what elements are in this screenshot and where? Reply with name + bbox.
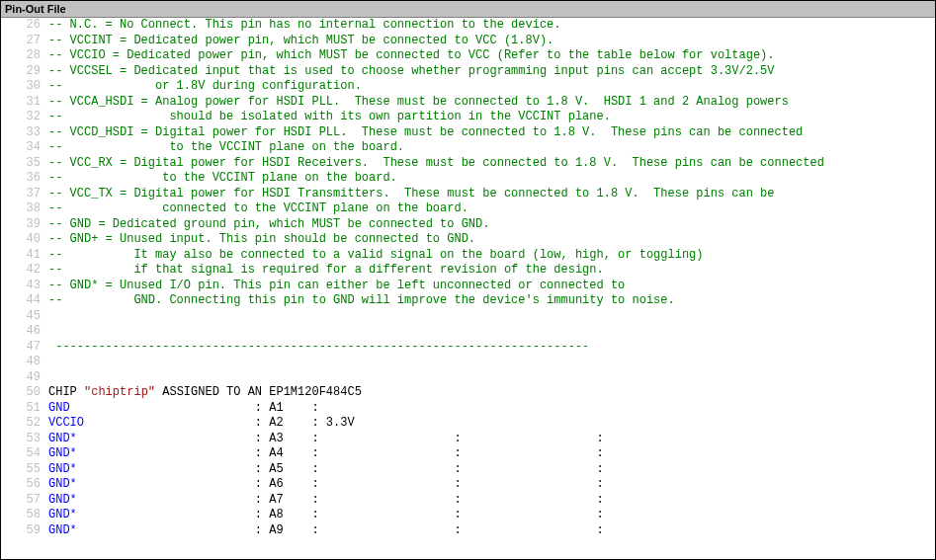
- token-keyword: GND*: [48, 508, 77, 521]
- code-line[interactable]: 39-- GND = Dedicated ground pin, which M…: [1, 217, 935, 233]
- token-comment: -- GND = Dedicated ground pin, which MUS…: [48, 217, 489, 231]
- code-line[interactable]: 58GND* : A8 : : :: [1, 508, 935, 523]
- line-number: 30: [1, 79, 48, 95]
- line-number: 42: [1, 263, 48, 279]
- code-line[interactable]: 29-- VCCSEL = Dedicated input that is us…: [1, 64, 935, 80]
- token-keyword: GND*: [48, 493, 77, 507]
- code-line[interactable]: 27-- VCCINT = Dedicated power pin, which…: [1, 34, 935, 49]
- code-line[interactable]: 53GND* : A3 : : :: [1, 432, 935, 447]
- line-number: 32: [1, 110, 48, 125]
- token-comment: -- It may also be connected to a valid s…: [48, 248, 704, 262]
- code-line[interactable]: 32-- should be isolated with its own par…: [1, 110, 935, 125]
- line-number: 35: [1, 156, 48, 172]
- token-keyword: GND*: [48, 477, 77, 491]
- line-number: 45: [1, 309, 48, 325]
- code-line[interactable]: 26-- N.C. = No Connect. This pin has no …: [1, 18, 935, 34]
- code-line[interactable]: 50CHIP "chiptrip" ASSIGNED TO AN EP1M120…: [1, 385, 935, 401]
- line-number: 34: [1, 140, 48, 156]
- code-editor[interactable]: 26-- N.C. = No Connect. This pin has no …: [1, 18, 935, 558]
- token-comment: -- to the VCCINT plane on the board.: [48, 140, 404, 154]
- token-comment: -- VCC_RX = Digital power for HSDI Recei…: [48, 156, 824, 170]
- code-line[interactable]: 28-- VCCIO = Dedicated power pin, which …: [1, 48, 935, 64]
- line-number: 27: [1, 34, 48, 49]
- token-keyword: GND*: [48, 432, 77, 445]
- code-line[interactable]: 33-- VCCD_HSDI = Digital power for HSDI …: [1, 125, 935, 141]
- token-keyword: GND*: [48, 462, 77, 476]
- code-line[interactable]: 40-- GND+ = Unused input. This pin shoul…: [1, 232, 935, 248]
- token-plain: : A3 : : :: [77, 432, 604, 445]
- line-number: 29: [1, 64, 48, 80]
- token-comment: -- VCCSEL = Dedicated input that is used…: [48, 64, 775, 78]
- line-number: 56: [1, 477, 48, 493]
- line-number: 50: [1, 385, 48, 401]
- line-number: 55: [1, 462, 48, 478]
- code-line[interactable]: 42-- if that signal is required for a di…: [1, 263, 935, 279]
- code-line[interactable]: 46: [1, 324, 935, 340]
- code-line[interactable]: 54GND* : A4 : : :: [1, 446, 935, 462]
- code-line[interactable]: 56GND* : A6 : : :: [1, 477, 935, 493]
- code-line[interactable]: 35-- VCC_RX = Digital power for HSDI Rec…: [1, 156, 935, 172]
- token-comment: -- VCCA_HSDI = Analog power for HSDI PLL…: [48, 95, 789, 109]
- token-plain: : A1 :: [70, 401, 319, 415]
- token-plain: : A4 : : :: [77, 446, 604, 460]
- token-comment: -- should be isolated with its own parti…: [48, 110, 611, 123]
- code-line[interactable]: 47 -------------------------------------…: [1, 340, 935, 356]
- token-comment: -- VCCIO = Dedicated power pin, which MU…: [48, 48, 775, 62]
- token-keyword: VCCIO: [48, 416, 84, 430]
- line-number: 51: [1, 401, 48, 417]
- code-line[interactable]: 30-- or 1.8V during configuration.: [1, 79, 935, 95]
- code-line[interactable]: 41-- It may also be connected to a valid…: [1, 248, 935, 264]
- code-line[interactable]: 37-- VCC_TX = Digital power for HSDI Tra…: [1, 187, 935, 202]
- token-comment: -- N.C. = No Connect. This pin has no in…: [48, 18, 560, 32]
- line-number: 43: [1, 279, 48, 294]
- token-comment: -- GND* = Unused I/O pin. This pin can e…: [48, 279, 625, 292]
- code-line[interactable]: 51GND : A1 :: [1, 401, 935, 417]
- code-line[interactable]: 34-- to the VCCINT plane on the board.: [1, 140, 935, 156]
- code-line[interactable]: 38-- connected to the VCCINT plane on th…: [1, 201, 935, 217]
- line-number: 57: [1, 493, 48, 509]
- line-number: 58: [1, 508, 48, 523]
- token-comment: -- or 1.8V during configuration.: [48, 79, 362, 93]
- window-title: Pin-Out File: [5, 3, 66, 15]
- line-number: 44: [1, 293, 48, 309]
- token-plain: : A7 : : :: [77, 493, 604, 507]
- code-line[interactable]: 43-- GND* = Unused I/O pin. This pin can…: [1, 279, 935, 294]
- token-plain: : A8 : : :: [77, 508, 604, 521]
- token-keyword: GND*: [48, 523, 77, 537]
- code-line[interactable]: 48: [1, 355, 935, 370]
- line-number: 38: [1, 201, 48, 217]
- token-comment: -- connected to the VCCINT plane on the …: [48, 201, 468, 215]
- line-number: 46: [1, 324, 48, 340]
- token-string: "chiptrip": [84, 385, 155, 399]
- line-number: 41: [1, 248, 48, 264]
- line-number: 36: [1, 171, 48, 187]
- token-comment: -- if that signal is required for a diff…: [48, 263, 604, 277]
- line-number: 28: [1, 48, 48, 64]
- line-number: 47: [1, 340, 48, 356]
- code-line[interactable]: 45: [1, 309, 935, 325]
- line-number: 39: [1, 217, 48, 233]
- line-number: 53: [1, 432, 48, 447]
- token-comment: -- VCC_TX = Digital power for HSDI Trans…: [48, 187, 775, 200]
- token-comment: -- GND+ = Unused input. This pin should …: [48, 232, 475, 246]
- code-line[interactable]: 49: [1, 370, 935, 386]
- token-comment: -- VCCINT = Dedicated power pin, which M…: [48, 34, 553, 47]
- code-line[interactable]: 31-- VCCA_HSDI = Analog power for HSDI P…: [1, 95, 935, 111]
- code-line[interactable]: 52VCCIO : A2 : 3.3V: [1, 416, 935, 432]
- token-plain: : A6 : : :: [77, 477, 604, 491]
- line-number: 40: [1, 232, 48, 248]
- code-line[interactable]: 57GND* : A7 : : :: [1, 493, 935, 509]
- line-number: 49: [1, 370, 48, 386]
- token-plain: : A5 : : :: [77, 462, 604, 476]
- code-line[interactable]: 59GND* : A9 : : :: [1, 523, 935, 539]
- code-line[interactable]: 44-- GND. Connecting this pin to GND wil…: [1, 293, 935, 309]
- line-number: 26: [1, 18, 48, 34]
- token-plain: : A2 : 3.3V: [84, 416, 355, 430]
- code-line[interactable]: 55GND* : A5 : : :: [1, 462, 935, 478]
- token-comment: -- to the VCCINT plane on the board.: [48, 171, 397, 185]
- token-comment: -- GND. Connecting this pin to GND will …: [48, 293, 675, 307]
- token-comment: ----------------------------------------…: [48, 340, 589, 354]
- line-number: 52: [1, 416, 48, 432]
- token-plain: CHIP: [48, 385, 84, 399]
- code-line[interactable]: 36-- to the VCCINT plane on the board.: [1, 171, 935, 187]
